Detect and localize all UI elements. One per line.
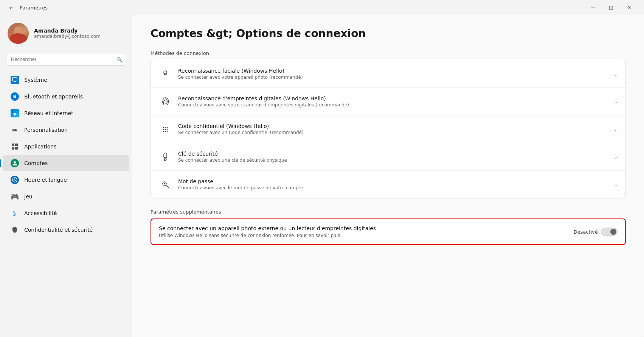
code-item[interactable]: Code confidentiel (Windows Hello) Se con… — [151, 115, 625, 143]
cle-chevron: ⌄ — [613, 154, 618, 160]
code-icon — [158, 122, 172, 136]
sidebar-item-applications[interactable]: Applications — [3, 139, 129, 154]
page-title: Comptes &gt; Options de connexion — [151, 27, 626, 40]
facial-chevron: ⌄ — [613, 71, 618, 77]
svg-point-2 — [14, 115, 15, 116]
window-title: Paramètres — [20, 5, 48, 11]
svg-point-19 — [165, 131, 166, 132]
toggle-label: Désactivé — [574, 229, 598, 235]
highlighted-desc: Utilise Windows Hello sans sécurité de c… — [159, 233, 568, 238]
motdepasse-title: Mot de passe — [178, 178, 607, 184]
highlighted-title: Se connecter avec un appareil photo exte… — [159, 225, 568, 231]
methodes-section-title: Méthodes de connexion — [151, 50, 626, 56]
sidebar-label-applications: Applications — [24, 144, 57, 150]
svg-point-18 — [163, 131, 164, 132]
sidebar-item-bluetooth[interactable]: Β Bluetooth et appareils — [3, 89, 129, 105]
svg-point-17 — [167, 129, 168, 130]
svg-point-15 — [163, 129, 164, 130]
back-button[interactable]: ← — [6, 2, 17, 13]
svg-point-7 — [14, 161, 16, 164]
main-content: Comptes &gt; Options de connexion Méthod… — [132, 15, 644, 337]
svg-point-13 — [165, 127, 166, 128]
svg-point-14 — [167, 127, 168, 128]
svg-point-9 — [164, 71, 167, 74]
motdepasse-chevron: ⌄ — [613, 181, 618, 187]
empreintes-title: Reconnaissance d'empreintes digitales (W… — [178, 95, 607, 101]
svg-rect-0 — [12, 78, 17, 81]
access-icon: ♿ — [11, 209, 19, 217]
sidebar-item-confidentialite[interactable]: Confidentialité et sécurité — [3, 222, 129, 238]
sidebar-item-jeu[interactable]: 🎮 Jeu — [3, 189, 129, 204]
user-profile: Amanda Brady amanda.brady@contoso.com — [0, 18, 132, 51]
sidebar-label-reseau: Réseau et Internet — [24, 110, 73, 116]
motdepasse-item[interactable]: Mot de passe Connectez-vous avec le mot … — [151, 171, 625, 198]
empreintes-desc: Connectez-vous avec votre scanneur d'emp… — [178, 102, 607, 108]
svg-rect-22 — [164, 158, 166, 161]
cle-icon — [158, 150, 172, 164]
svg-point-12 — [163, 127, 164, 128]
motdepasse-icon — [158, 178, 172, 191]
window-controls: — □ ✕ — [584, 2, 638, 14]
supplementaires-section-title: Paramètres supplémentaires — [151, 209, 626, 215]
svg-rect-3 — [12, 144, 14, 146]
network-icon — [11, 109, 19, 117]
facial-icon — [158, 67, 172, 81]
sidebar-label-systeme: Système — [24, 77, 47, 83]
code-text: Code confidentiel (Windows Hello) Se con… — [178, 123, 607, 135]
accounts-icon — [11, 159, 19, 167]
titlebar: ← Paramètres — □ ✕ — [0, 0, 644, 15]
toggle-switch[interactable] — [601, 228, 618, 236]
svg-point-26 — [164, 183, 165, 184]
svg-rect-1 — [14, 81, 16, 82]
cle-title: Clé de sécurité — [178, 151, 607, 157]
sidebar-item-systeme[interactable]: Système — [3, 72, 129, 88]
close-button[interactable]: ✕ — [621, 2, 638, 14]
system-icon — [11, 76, 19, 84]
sidebar-label-perso: Personnalisation — [24, 127, 68, 133]
code-desc: Se connecter avec un Code confidentiel (… — [178, 130, 607, 135]
apps-icon — [11, 142, 19, 151]
facial-title: Reconnaissance faciale (Windows Hello) — [178, 68, 607, 74]
svg-rect-5 — [12, 147, 14, 150]
sidebar-item-comptes[interactable]: Comptes — [3, 155, 129, 171]
sidebar-item-accessibilite[interactable]: ♿ Accessibilité — [3, 205, 129, 221]
sidebar-label-confidentialite: Confidentialité et sécurité — [24, 227, 93, 233]
game-icon: 🎮 — [11, 192, 19, 201]
cle-desc: Se connecter avec une clé de sécurité ph… — [178, 158, 607, 163]
facial-desc: Se connecter avec votre appareil photo (… — [178, 75, 607, 80]
highlighted-card: Se connecter avec un appareil photo exte… — [151, 218, 626, 245]
facial-item[interactable]: Reconnaissance faciale (Windows Hello) S… — [151, 60, 625, 88]
facial-text: Reconnaissance faciale (Windows Hello) S… — [178, 68, 607, 80]
motdepasse-desc: Connectez-vous avec le mot de passe de v… — [178, 185, 607, 190]
sidebar-label-comptes: Comptes — [24, 160, 48, 166]
settings-window: ← Paramètres — □ ✕ Amanda Brady amanda.b… — [0, 0, 644, 337]
sidebar-label-jeu: Jeu — [24, 193, 33, 200]
sidebar-label-heure: Heure et langue — [24, 177, 67, 183]
toggle-area: Désactivé — [574, 228, 618, 236]
cle-item[interactable]: Clé de sécurité Se connecter avec une cl… — [151, 143, 625, 171]
search-icon: 🔍 — [116, 56, 123, 62]
svg-point-16 — [165, 129, 166, 130]
empreintes-text: Reconnaissance d'empreintes digitales (W… — [178, 95, 607, 108]
maximize-button[interactable]: □ — [602, 2, 620, 14]
search-input[interactable] — [6, 53, 126, 66]
sidebar-item-reseau[interactable]: Réseau et Internet — [3, 105, 129, 121]
user-email: amanda.brady@contoso.com — [34, 34, 101, 39]
sidebar-item-perso[interactable]: ✏️ Personnalisation — [3, 122, 129, 138]
time-icon — [11, 176, 19, 184]
motdepasse-text: Mot de passe Connectez-vous avec le mot … — [178, 178, 607, 190]
svg-point-11 — [167, 72, 168, 72]
svg-point-20 — [167, 131, 168, 132]
sidebar: Amanda Brady amanda.brady@contoso.com 🔍 … — [0, 15, 132, 337]
avatar-image — [8, 23, 29, 44]
highlighted-text: Se connecter avec un appareil photo exte… — [159, 225, 568, 238]
empreintes-item[interactable]: Reconnaissance d'empreintes digitales (W… — [151, 88, 625, 115]
svg-point-10 — [163, 72, 164, 72]
svg-rect-4 — [15, 144, 18, 146]
svg-rect-6 — [15, 147, 18, 150]
minimize-button[interactable]: — — [584, 2, 602, 14]
cle-text: Clé de sécurité Se connecter avec une cl… — [178, 151, 607, 163]
sidebar-label-accessibilite: Accessibilité — [24, 210, 57, 216]
sidebar-item-heure[interactable]: Heure et langue — [3, 172, 129, 188]
sidebar-label-bluetooth: Bluetooth et appareils — [24, 94, 83, 100]
